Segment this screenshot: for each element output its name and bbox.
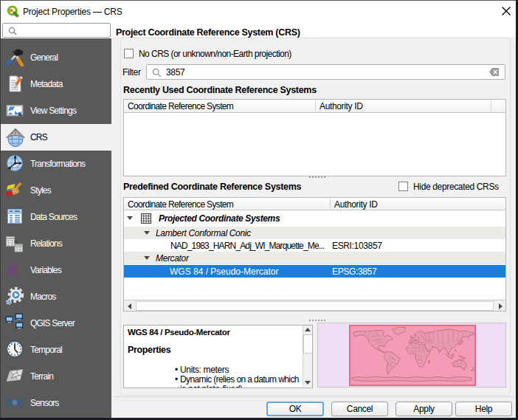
svg-text:ε: ε — [7, 260, 17, 279]
